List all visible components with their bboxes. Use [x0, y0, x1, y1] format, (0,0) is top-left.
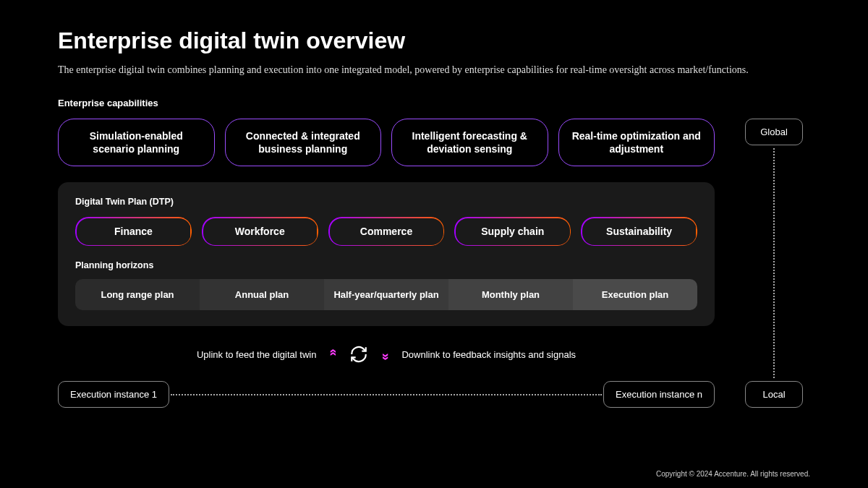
scope-column: Global Local	[738, 119, 810, 408]
capability-pill: Real-time optimization and adjustment	[558, 119, 715, 166]
dtp-box: Digital Twin Plan (DTP) Finance Workforc…	[58, 182, 715, 326]
horizons-row: Long range plan Annual plan Half-year/qu…	[75, 279, 697, 310]
dtp-label: Digital Twin Plan (DTP)	[75, 197, 697, 207]
horizon-item: Long range plan	[75, 279, 200, 310]
horizon-item: Annual plan	[200, 279, 324, 310]
dotted-connector-vertical	[773, 148, 775, 378]
horizon-item: Half-year/quarterly plan	[324, 279, 448, 310]
copyright: Copyright © 2024 Accenture. All rights r…	[656, 470, 810, 478]
dtp-row: Finance Workforce Commerce Supply chain …	[75, 217, 697, 246]
page-title: Enterprise digital twin overview	[58, 27, 810, 54]
horizon-item: Monthly plan	[448, 279, 573, 310]
horizons-label: Planning horizons	[75, 260, 697, 270]
dtp-pill: Workforce	[202, 217, 318, 246]
capabilities-label: Enterprise capabilities	[58, 98, 810, 108]
execution-instance-right: Execution instance n	[603, 381, 715, 408]
dtp-pill: Supply chain	[454, 217, 571, 246]
link-row: Uplink to feed the digital twin » » Down…	[58, 343, 715, 365]
dtp-pill: Sustainability	[581, 217, 697, 246]
dtp-pill: Finance	[75, 217, 192, 246]
sync-icon	[348, 343, 370, 365]
scope-local: Local	[745, 381, 803, 408]
dtp-pill: Commerce	[328, 217, 445, 246]
uplink-label: Uplink to feed the digital twin	[197, 349, 316, 360]
dotted-connector	[171, 394, 602, 395]
downlink-label: Downlink to feedback insights and signal…	[401, 349, 576, 360]
capabilities-row: Simulation-enabled scenario planning Con…	[58, 119, 715, 166]
downlink-chevron-icon: »	[378, 353, 393, 356]
page-subtitle: The enterprise digital twin combines pla…	[58, 64, 810, 76]
capability-pill: Intelligent forecasting & deviation sens…	[391, 119, 548, 166]
uplink-chevron-icon: »	[325, 353, 340, 356]
capability-pill: Simulation-enabled scenario planning	[58, 119, 215, 166]
horizon-item: Execution plan	[573, 279, 697, 310]
execution-row: Execution instance 1 Execution instance …	[58, 381, 715, 408]
scope-global: Global	[745, 119, 803, 145]
execution-instance-left: Execution instance 1	[58, 381, 169, 408]
capability-pill: Connected & integrated business planning	[225, 119, 382, 166]
